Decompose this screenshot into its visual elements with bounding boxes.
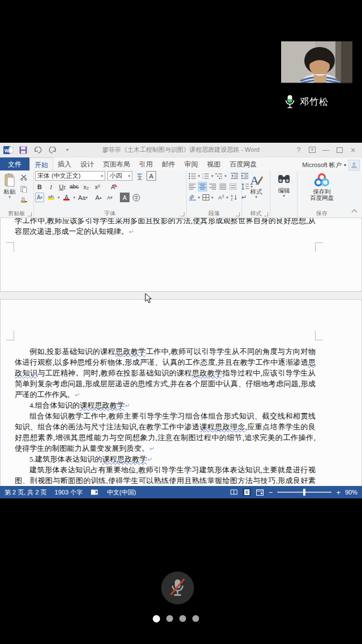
ribbon-display-options-button[interactable] [307,145,318,155]
numbered-list-icon[interactable]: 12 [201,171,210,181]
tab-设计[interactable]: 设计 [76,157,98,170]
redo-icon[interactable] [48,146,58,155]
zoom-percentage[interactable]: 90% [345,489,357,496]
document-text-line[interactable]: 5.建筑形体表达知识的课程思政教学↵ [15,454,316,464]
decrease-indent-icon[interactable] [230,171,239,181]
carousel-dot-4[interactable] [192,615,199,622]
bold-button[interactable]: B [35,182,44,191]
language-indicator[interactable]: 中文(中国) [107,488,136,497]
highlight-color-button[interactable]: ab [46,193,55,202]
tab-file[interactable]: 文件 [0,157,29,170]
format-painter-icon[interactable] [19,195,28,205]
styles-dialog-launcher[interactable] [264,212,268,216]
close-button[interactable]: × [347,145,359,155]
grow-font-button[interactable]: A▴ [94,193,103,202]
document-text-line[interactable]: 体进行观察,以多种思维分析物体,形成严谨、认真的工作态度,并且在教学工作中逐渐渗… [15,357,316,368]
tab-百度网盘[interactable]: 百度网盘 [225,157,261,170]
document-text-line[interactable]: 政知识与工匠精神。同时,教师在投影基础知识的课程思政教学指导过程中,应该引导学生… [15,368,316,378]
tab-开始[interactable]: 开始 [29,157,53,170]
webcam-video[interactable] [281,41,352,84]
document-text-line[interactable]: 使得学生的制图能力从量变发展到质变。↵ [15,443,316,454]
align-right-icon[interactable] [208,182,217,191]
document-page-2[interactable]: 例如,投影基础知识的课程思政教学工作中,教师可以引导学生从不同的角度与方向对物体… [0,299,362,486]
collapse-ribbon-icon[interactable] [352,210,357,215]
web-layout-icon[interactable] [256,488,264,496]
multilevel-list-icon[interactable] [214,171,223,181]
bullet-list-icon[interactable] [188,171,197,181]
page-indicator[interactable]: 第 2 页, 共 2 页 [5,488,47,497]
cut-icon[interactable] [19,173,28,182]
clipboard-dialog-launcher[interactable] [28,212,32,216]
align-left-icon[interactable] [188,182,197,191]
document-text-line[interactable]: 例如,投影基础知识的课程思政教学工作中,教师可以引导学生从不同的角度与方向对物 [15,346,316,357]
sort-icon[interactable]: AZ [230,193,239,202]
proofing-icon[interactable] [90,489,99,496]
document-text-line[interactable]: 建筑形体表达知识占有重要地位,教师引导学生学习建筑形体表达知识,主要就是进行视 [15,464,316,475]
document-text-line[interactable]: 简单到复杂考虑问题,形成层层递进的思维方式,并在各个层面中认真、仔细地考虑问题,… [15,378,316,389]
styles-button[interactable]: A 样式 ▾ [242,170,270,199]
document-text-line[interactable]: 容层次递进,形成一定的认知规律。↵ [15,226,316,237]
paste-button[interactable]: 粘贴 ▾ [0,170,19,205]
save-icon[interactable] [18,146,28,155]
editing-button[interactable]: 编辑 ▾ [270,170,298,198]
italic-button[interactable]: I [46,182,55,191]
strikethrough-button[interactable]: abc [69,182,79,191]
tab-邮件[interactable]: 邮件 [157,157,180,170]
tab-视图[interactable]: 视图 [202,157,225,170]
asian-layout-icon[interactable]: A [216,193,225,202]
character-shading-icon[interactable]: A [120,193,130,202]
tab-页面布局[interactable]: 页面布局 [98,157,135,170]
zoom-out-button[interactable]: − [269,489,273,496]
carousel-dot-3[interactable] [179,615,186,622]
carousel-dot-2[interactable] [166,615,173,622]
document-text-line[interactable]: 组合体知识教学工作中,教师主要引导学生学习组合体组合形式知识、截交线和相贯线 [15,411,316,421]
document-text-line[interactable]: 严谨的工作作风。↵ [15,389,316,400]
text-effects-button[interactable]: A▾ [35,193,44,202]
clear-formatting-icon[interactable]: A [109,182,118,191]
minimize-button[interactable]: — [320,145,331,155]
subscript-button[interactable]: x₂ [81,182,90,191]
font-dialog-launcher[interactable] [180,212,184,216]
character-border-icon[interactable]: A [146,171,156,181]
save-to-baidu-button[interactable]: 保存到百度网盘 [298,170,346,201]
account-area[interactable]: Microsoft 帐户 ▾ [302,160,362,170]
enclose-characters-icon[interactable]: 字 [132,193,141,202]
undo-icon[interactable] [33,146,43,155]
document-text-line[interactable]: 学工作中,教师应该多引导学生采用多面且投影的方法,使其形成观察世界自身的良好思想… [15,218,316,226]
copy-icon[interactable] [19,184,28,194]
word-count[interactable]: 1903 个字 [55,488,83,497]
print-layout-icon[interactable] [243,488,251,496]
shrink-font-button[interactable]: A▾ [105,193,114,202]
borders-icon[interactable] [201,193,210,202]
tab-引用[interactable]: 引用 [135,157,157,170]
document-text-line[interactable]: 4.组合体知识的课程思政教学↵ [15,400,316,411]
zoom-in-button[interactable]: + [336,489,341,496]
tab-插入[interactable]: 插入 [53,157,76,170]
microphone-muted-button[interactable] [161,572,194,604]
document-page-1[interactable]: 学工作中,教师应该多引导学生采用多面且投影的方法,使其形成观察世界自身的良好思想… [0,218,362,292]
superscript-button[interactable]: x² [93,182,102,191]
phonetic-guide-icon[interactable]: wén 文 [135,171,144,181]
help-button[interactable]: ? [293,145,304,155]
change-case-button[interactable]: Aa▾ [77,193,88,202]
underline-button[interactable]: U▾ [58,182,67,191]
document-text-line[interactable]: 图、剖视图与断面图的训练,使得学生可以熟练使用且熟练掌握绘图方法与技巧,形成良好… [15,475,316,484]
zoom-slider[interactable] [277,492,331,493]
font-name-combo[interactable]: 宋体 (中文正文)▾ [35,171,105,181]
zoom-slider-thumb[interactable] [303,489,305,496]
read-mode-icon[interactable] [230,488,238,496]
font-size-combo[interactable]: 小四▾ [107,171,132,181]
font-color-button[interactable]: A [62,193,71,202]
align-center-icon[interactable] [198,182,207,191]
maximize-button[interactable] [334,145,345,155]
distribute-icon[interactable] [229,182,238,191]
justify-icon[interactable] [218,182,227,191]
tab-审阅[interactable]: 审阅 [180,157,202,170]
paragraph-dialog-launcher[interactable] [236,212,240,216]
carousel-dot-1[interactable] [153,615,160,622]
shading-icon[interactable] [188,193,197,202]
document-text-line[interactable]: 好思想素养,增强其思维能力与空间想象力,注意在制图过程中的细节,追求完美的工作操… [15,432,316,443]
qat-customize-icon[interactable]: ▾ [62,146,72,155]
document-text-line[interactable]: 知识、组合体的画法与尺寸注法知识,在教学工作中渗透课程思政理念,应重点培养学生的… [15,421,316,432]
account-avatar[interactable] [348,160,360,170]
